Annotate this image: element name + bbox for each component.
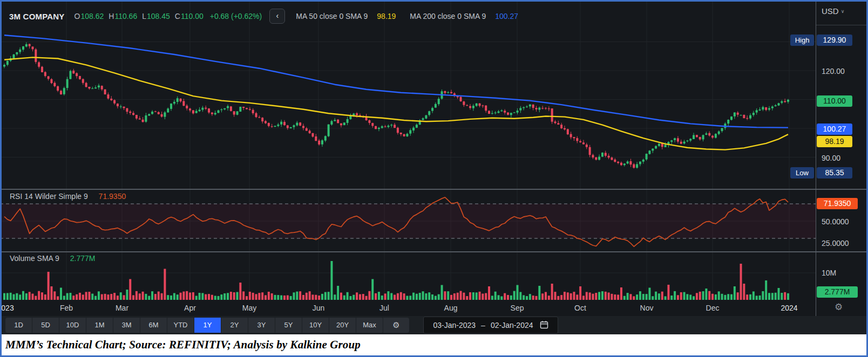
rsi-band (0, 204, 816, 238)
range-button-20y[interactable]: 20Y (329, 318, 356, 333)
range-buttons: 1D5D10D1M3M6MYTD1Y2Y3Y5Y10Y20YMax (5, 318, 383, 333)
time-axis-label-oct: Oct (574, 304, 586, 312)
range-button-6m[interactable]: 6M (140, 318, 167, 333)
volume-label: Volume SMA 9 (10, 254, 59, 263)
time-axis-label-jun: Jun (313, 304, 325, 312)
low-price-badge: 85.35 (817, 167, 852, 178)
time-axis-label-nov: Nov (640, 304, 654, 312)
ma50-legend-label[interactable]: MA 50 close 0 SMA 9 (296, 12, 368, 20)
time-axis-label-023: 023 (1, 304, 13, 312)
price-chart-canvas[interactable] (0, 0, 816, 301)
range-toolbar: 1D5D10D1M3M6MYTD1Y2Y3Y5Y10Y20YMax ⚙ 03-J… (0, 316, 868, 334)
range-button-3m[interactable]: 3M (113, 318, 140, 333)
range-button-5y[interactable]: 5Y (275, 318, 302, 333)
volume-legend[interactable]: Volume SMA 9 2.777M (10, 254, 95, 263)
range-button-1d[interactable]: 1D (5, 318, 32, 333)
high-value: H110.66 (109, 12, 137, 20)
calendar-icon (540, 320, 548, 331)
caption-text: MMM’s Technical Chart; Source: REFINITIV… (5, 338, 361, 352)
price-tick-90: 90.00 (822, 154, 840, 162)
range-button-5d[interactable]: 5D (32, 318, 59, 333)
time-axis-label-jul: Jul (379, 304, 389, 312)
ma200-legend-value: 100.27 (495, 12, 518, 20)
rsi-legend[interactable]: RSI 14 Wilder Simple 9 71.9350 (10, 192, 126, 201)
axis-settings-gear-icon[interactable]: ⚙ (835, 301, 843, 313)
date-separator: – (481, 321, 485, 329)
time-axis-label-may: May (242, 304, 256, 312)
range-button-10d[interactable]: 10D (59, 318, 86, 333)
price-rsi-separator[interactable] (0, 189, 868, 190)
time-axis-label-aug: Aug (444, 304, 458, 312)
date-range-picker[interactable]: 03-Jan-2023 – 02-Jan-2024 (423, 317, 558, 334)
price-scale[interactable]: USD∨ 129.90 120.00 110.00 100.27 98.19 9… (816, 2, 866, 316)
date-to: 02-Jan-2024 (491, 321, 533, 329)
low-marker-label: Low (790, 167, 814, 178)
price-tick-120: 120.00 (822, 67, 845, 75)
range-button-1y[interactable]: 1Y (194, 318, 221, 333)
rsi-value: 71.9350 (99, 192, 126, 201)
legend-collapse-button[interactable]: ‹ (269, 9, 285, 24)
candlestick-series (3, 42, 789, 168)
volume-sma-badge: 2.777M (817, 286, 858, 298)
range-button-1m[interactable]: 1M (86, 318, 113, 333)
volume-series (3, 261, 789, 300)
volume-tick-10m: 10M (822, 269, 836, 277)
open-value: O108.62 (74, 12, 104, 20)
time-axis[interactable]: 023FebMarAprMayJunJulAugSepOctNovDec2024 (0, 300, 816, 316)
time-axis-label-mar: Mar (116, 304, 128, 312)
ohlc-header: 3M COMPANY O108.62 H110.66 L108.45 C110.… (9, 9, 532, 23)
close-value: C110.00 (175, 12, 204, 20)
rsi-tick-50: 50.0000 (822, 217, 849, 226)
range-button-2y[interactable]: 2Y (221, 318, 248, 333)
rsi-value-badge: 71.9350 (817, 198, 858, 209)
caption-bar: MMM’s Technical Chart; Source: REFINITIV… (0, 334, 868, 355)
time-axis-label-dec: Dec (706, 304, 720, 312)
rsi-tick-25: 25.0000 (822, 239, 849, 248)
high-price-badge: 129.90 (817, 35, 852, 46)
change-value: +0.68 (+0.62%) (210, 12, 262, 20)
time-axis-label-feb: Feb (60, 304, 73, 312)
range-button-3y[interactable]: 3Y (248, 318, 275, 333)
rsi-volume-separator[interactable] (0, 251, 868, 252)
chart-window: 3M COMPANY O108.62 H110.66 L108.45 C110.… (0, 0, 868, 357)
high-marker-label: High (790, 35, 814, 46)
ma200-legend-label[interactable]: MA 200 close 0 SMA 9 (410, 12, 486, 20)
date-from: 03-Jan-2023 (433, 321, 476, 329)
chart-settings-gear-icon[interactable]: ⚙ (383, 318, 409, 333)
range-button-ytd[interactable]: YTD (167, 318, 194, 333)
time-axis-label-sep: Sep (511, 304, 524, 312)
ma50-price-badge: 98.19 (817, 136, 852, 147)
volume-value: 2.777M (70, 254, 96, 263)
ma200-price-badge: 100.27 (817, 123, 852, 135)
last-price-badge: 110.00 (817, 95, 852, 107)
range-button-10y[interactable]: 10Y (302, 318, 329, 333)
symbol-name[interactable]: 3M COMPANY (9, 12, 65, 21)
chevron-down-icon: ∨ (841, 9, 845, 14)
currency-selector[interactable]: USD∨ (822, 6, 844, 16)
time-axis-label-apr: Apr (184, 304, 196, 312)
range-button-max[interactable]: Max (356, 318, 383, 333)
low-value: L108.45 (142, 12, 170, 20)
gridlines (0, 2, 816, 300)
ma50-legend-value: 98.19 (377, 12, 396, 20)
rsi-label: RSI 14 Wilder Simple 9 (10, 192, 88, 201)
time-axis-label-2024: 2024 (781, 304, 797, 312)
